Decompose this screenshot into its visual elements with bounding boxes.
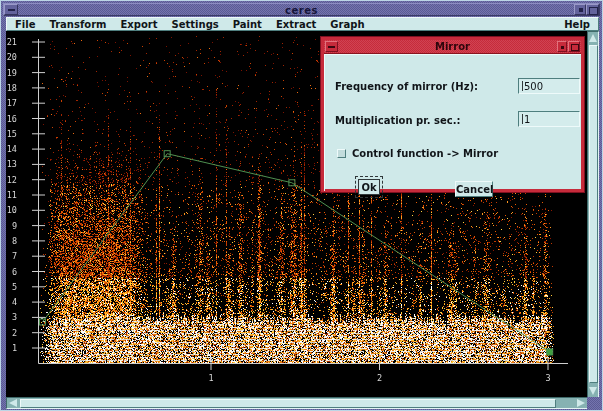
y-axis-label: 1: [12, 343, 17, 353]
text-cursor: [522, 81, 523, 91]
menu-help[interactable]: Help: [564, 19, 590, 30]
mirror-dialog: Mirror Frequency of mirror (Hz): 500 Mul…: [321, 37, 584, 192]
menubar: File Transform Export Settings Paint Ext…: [6, 17, 599, 31]
x-axis-label: 3: [545, 373, 550, 383]
y-axis-label: 8: [12, 236, 17, 246]
y-axis-label: 10: [7, 205, 17, 215]
dialog-maximize-icon: [571, 44, 579, 51]
y-axis-label: 11: [7, 190, 17, 200]
y-axis-label: 17: [7, 98, 17, 108]
y-axis-label: 14: [7, 144, 17, 154]
minimize-button[interactable]: [574, 4, 586, 15]
window-title: ceres: [4, 5, 599, 16]
multiplication-input[interactable]: 1: [518, 111, 580, 127]
y-axis-label: 6: [12, 267, 17, 277]
menu-graph[interactable]: Graph: [330, 19, 364, 30]
y-axis-label: 2: [12, 328, 17, 338]
vertical-scroll-thumb[interactable]: [589, 45, 598, 383]
frequency-value: 500: [524, 81, 543, 92]
y-axis-label: 4: [12, 297, 17, 307]
mirror-dialog-titlebar[interactable]: Mirror: [324, 40, 581, 54]
horizontal-scrollbar[interactable]: [6, 397, 587, 409]
window-titlebar[interactable]: ceres: [3, 3, 600, 16]
multiplication-label: Multiplication pr. sec.:: [335, 115, 460, 126]
text-cursor: [522, 114, 523, 124]
cancel-button[interactable]: Cancel: [455, 181, 493, 197]
ceres-window: ceres File Transform Export Settings Pai…: [0, 0, 603, 411]
y-axis-label: 12: [7, 175, 17, 185]
y-axis-label: 21: [7, 37, 17, 47]
menu-transform[interactable]: Transform: [49, 19, 106, 30]
control-function-label: Control function -> Mirror: [352, 148, 498, 159]
y-axis-label: 18: [7, 83, 17, 93]
y-axis-label: 19: [7, 68, 17, 78]
control-point-handle[interactable]: [547, 349, 553, 355]
maximize-button[interactable]: [586, 4, 599, 15]
dialog-title: Mirror: [324, 41, 581, 52]
scroll-left-icon[interactable]: [9, 399, 17, 407]
x-axis-label: 2: [377, 373, 382, 383]
menu-paint[interactable]: Paint: [233, 19, 262, 30]
frequency-label: Frequency of mirror (Hz):: [335, 81, 478, 92]
dialog-body: Frequency of mirror (Hz): 500 Multiplica…: [324, 54, 581, 191]
menu-settings[interactable]: Settings: [172, 19, 219, 30]
control-function-checkbox[interactable]: [337, 149, 346, 158]
vertical-scrollbar[interactable]: [587, 31, 599, 397]
multiplication-value: 1: [524, 114, 530, 125]
x-axis-label: 1: [208, 373, 213, 383]
dialog-maximize-button[interactable]: [568, 41, 580, 52]
y-axis-label: 7: [12, 251, 17, 261]
y-axis-label: 13: [7, 159, 17, 169]
y-axis-label: 16: [7, 114, 17, 124]
scroll-right-icon[interactable]: [577, 399, 585, 407]
horizontal-scroll-thumb[interactable]: [20, 399, 556, 408]
scrollbar-corner: [587, 397, 599, 409]
minimize-icon: [579, 8, 583, 12]
scroll-up-icon[interactable]: [589, 34, 597, 42]
dialog-minimize-button[interactable]: [557, 41, 567, 52]
y-axis-label: 15: [7, 129, 17, 139]
menu-file[interactable]: File: [15, 19, 35, 30]
frequency-input[interactable]: 500: [518, 78, 580, 94]
menu-extract[interactable]: Extract: [276, 19, 316, 30]
dialog-minimize-icon: [561, 46, 564, 49]
menu-export[interactable]: Export: [121, 19, 158, 30]
ok-button[interactable]: Ok: [358, 179, 380, 195]
y-axis-label: 3: [12, 312, 17, 322]
y-axis-label: 20: [7, 52, 17, 62]
y-axis-label: 9: [12, 221, 17, 231]
maximize-icon: [589, 7, 598, 15]
scroll-down-icon[interactable]: [589, 387, 597, 395]
y-axis-label: 5: [12, 282, 17, 292]
